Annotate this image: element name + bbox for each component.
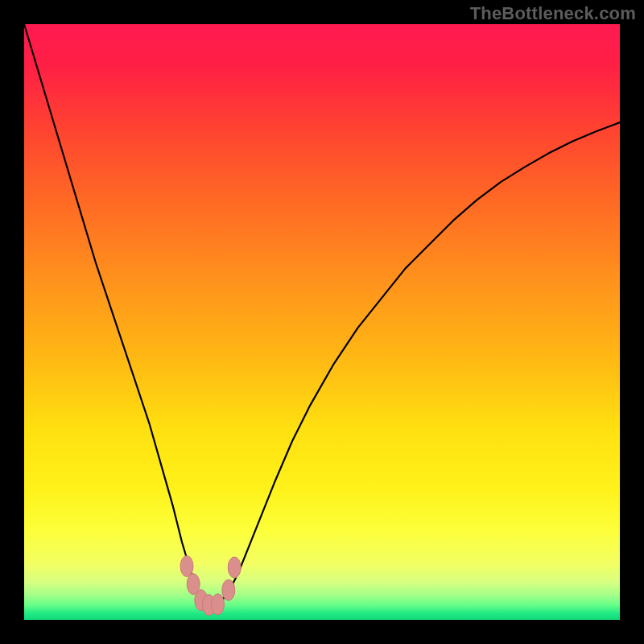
chart-plot-area (24, 24, 620, 620)
chart-background-gradient (24, 24, 620, 620)
watermark-text: TheBottleneck.com (470, 3, 636, 24)
chart-frame: TheBottleneck.com (0, 0, 644, 644)
curve-marker (222, 580, 235, 601)
curve-marker (180, 555, 193, 576)
chart-svg (24, 24, 620, 620)
curve-marker (228, 557, 241, 578)
curve-marker (212, 594, 225, 615)
